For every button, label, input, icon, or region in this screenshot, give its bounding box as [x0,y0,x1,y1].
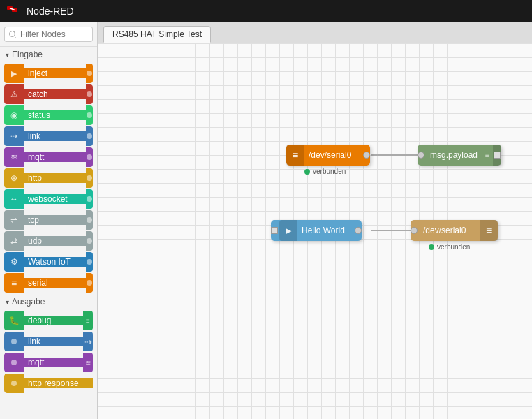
node-mqtt-out-left-port [4,353,24,372]
node-mqtt-in[interactable]: ≋ mqtt [4,147,93,167]
node-http-label: http [24,173,86,183]
flow-serial-out-left-port [411,220,419,241]
port-dot [87,91,92,97]
flow-serial-out-status-text: verbunden [437,243,470,251]
flow-node-hello-world[interactable]: ▶ Hello World [271,220,362,241]
node-catch-label: catch [24,89,86,99]
node-inject-icon [4,64,24,83]
node-catch-port [86,84,93,104]
filter-area [0,22,97,47]
node-watson-iot[interactable]: ⚙ Watson IoT [4,252,93,272]
node-udp-in[interactable]: ⇄ udp [4,231,93,251]
flow-msg-left-port [418,145,426,166]
node-status[interactable]: ◉ status [4,105,93,125]
flow-msg-menu[interactable]: ≡ [482,145,493,166]
status-dot [304,169,310,175]
node-debug-icon: 🐛 [4,311,24,330]
node-mqtt-out-label: mqtt [24,358,83,367]
section-eingabe-header[interactable]: ▾ Eingabe [0,47,97,62]
node-inject-port [86,64,93,83]
node-link-out-label: link [24,337,83,346]
flow-serial-in-status: verbunden [304,168,346,175]
node-catch[interactable]: ⚠ catch [4,84,93,104]
canvas-area: RS485 HAT Simple Test ≡ /dev/serial0 [98,22,532,419]
node-link-out[interactable]: link ⇢ [4,332,93,351]
node-tcp-label: tcp [24,215,86,225]
node-watson-label: Watson IoT [24,257,86,267]
node-mqtt-icon: ≋ [4,147,24,167]
node-link-in[interactable]: ⇢ link [4,126,93,146]
node-list: ▾ Eingabe inject ⚠ catch [0,47,97,419]
chevron-down-icon-2: ▾ [6,298,9,306]
flow-serial-out-status: verbunden [429,243,470,251]
node-catch-icon: ⚠ [4,84,24,104]
node-status-label: status [24,110,86,120]
app-logo: Node-RED [7,3,74,20]
section-ausgabe-label: Ausgabe [12,297,45,307]
node-http-in[interactable]: ⊕ http [4,168,93,188]
chevron-down-icon: ▾ [6,51,9,59]
app-title: Node-RED [27,6,74,17]
node-link-icon: ⇢ [4,126,24,146]
flow-serial-in-right-port [362,145,370,166]
filter-nodes-input[interactable] [4,27,93,42]
node-status-icon: ◉ [4,105,24,125]
node-debug[interactable]: 🐛 debug ≡ [4,311,93,330]
port-dot [87,71,92,76]
node-http-response-label: http response [24,378,93,388]
node-websocket-in[interactable]: ↔ websocket [4,189,93,209]
flow-canvas[interactable]: ≡ /dev/serial0 verbunden msg.payload ≡ [98,43,532,419]
flow-serial-in-status-text: verbunden [313,168,346,175]
section-ausgabe-header[interactable]: ▾ Ausgabe [0,294,97,309]
flow-msg-label: msg.payload [426,150,482,160]
node-udp-label: udp [24,236,86,246]
flow-serial-in-icon: ≡ [286,145,304,166]
logo-icon [7,3,22,20]
node-watson-icon: ⚙ [4,252,24,272]
node-link-out-left-port [4,332,24,351]
node-inject-label: inject [24,68,86,78]
node-udp-icon: ⇄ [4,231,24,251]
status-dot-2 [429,244,434,250]
flow-node-serial-out[interactable]: /dev/serial0 ≡ verbunden [411,220,498,241]
node-link-label: link [24,131,86,141]
node-http-icon: ⊕ [4,168,24,188]
flow-hello-left-port [271,220,279,241]
node-tcp-icon: ⇌ [4,210,24,230]
node-status-port [86,105,93,125]
flow-hello-icon: ▶ [279,220,297,241]
flow-hello-right-port [353,220,362,241]
node-websocket-label: websocket [24,194,86,204]
titlebar: Node-RED [0,0,532,22]
node-link-port [86,126,93,146]
node-inject[interactable]: inject [4,64,93,83]
tab-bar: RS485 HAT Simple Test [98,22,532,43]
node-debug-label: debug [24,316,83,325]
node-http-response[interactable]: http response [4,374,93,393]
node-http-response-left-port [4,374,24,393]
node-tcp-in[interactable]: ⇌ tcp [4,210,93,230]
flow-serial-out-icon: ≡ [480,220,498,241]
node-serial-in-label: serial [24,278,86,288]
node-websocket-icon: ↔ [4,189,24,209]
flow-serial-out-label: /dev/serial0 [419,226,480,235]
flow-hello-label: Hello World [297,226,353,235]
node-serial-in-icon: ≡ [4,273,24,293]
section-eingabe-label: Eingabe [12,50,43,59]
main-area: ▾ Eingabe inject ⚠ catch [0,22,532,419]
node-mqtt-label: mqtt [24,152,86,162]
sidebar: ▾ Eingabe inject ⚠ catch [0,22,98,419]
node-serial-in[interactable]: ≡ serial [4,273,93,293]
tab-rs485[interactable]: RS485 HAT Simple Test [103,26,211,43]
flow-node-serial-in[interactable]: ≡ /dev/serial0 verbunden [286,145,370,166]
flow-serial-in-label: /dev/serial0 [304,150,362,160]
flow-node-msg-payload[interactable]: msg.payload ≡ [418,145,501,166]
node-mqtt-out[interactable]: mqtt ≋ [4,353,93,372]
flow-msg-right-port [493,145,501,166]
